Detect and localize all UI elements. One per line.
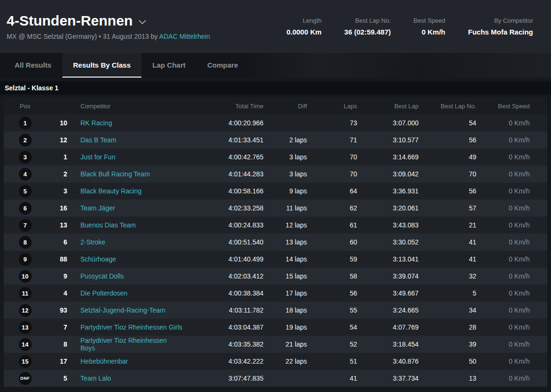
position-badge: 9 xyxy=(19,253,32,266)
table-row: 10 9 Pussycat Dolls 4:02:03.412 15 laps … xyxy=(4,268,547,285)
laps-cell: 60 xyxy=(307,238,357,246)
page-title: 4-Stunden-Rennen xyxy=(7,13,133,29)
position-badge: 5 xyxy=(19,185,32,198)
car-number: 1 xyxy=(46,153,67,161)
column-header-competitor: Competitor xyxy=(67,103,183,110)
best-lap-cell: 3:37.734 xyxy=(357,375,419,382)
diff-cell: 3 laps xyxy=(263,153,307,161)
stat-value: 0 Km/h xyxy=(421,28,445,36)
laps-cell: 70 xyxy=(307,153,357,161)
header-stats: Length 0.0000 Km Best Lap No. 36 (02:59.… xyxy=(287,17,533,36)
competitor-link[interactable]: Team Lalo xyxy=(80,375,111,382)
stat-label: Best Lap No. xyxy=(355,17,391,24)
best-lap-no-cell: 21 xyxy=(419,221,476,229)
position-badge: 3 xyxy=(19,151,32,164)
car-number: 8 xyxy=(46,340,67,348)
diff-cell: 9 laps xyxy=(263,187,307,195)
total-time-cell: 4:00:20.966 xyxy=(183,119,263,127)
title-dropdown[interactable]: 4-Stunden-Rennen xyxy=(7,13,210,29)
total-time-cell: 4:00:42.765 xyxy=(183,153,263,161)
car-number: 93 xyxy=(46,306,67,314)
best-lap-cell: 3:24.665 xyxy=(357,306,419,314)
competitor-link[interactable]: RK Racing xyxy=(80,119,112,127)
competitor-link[interactable]: Das B Team xyxy=(80,136,116,144)
car-number: 17 xyxy=(46,357,67,365)
diff-cell: 22 laps xyxy=(263,357,307,365)
best-lap-no-cell: 56 xyxy=(419,136,476,144)
tab-bar: All Results Results By Class Lap Chart C… xyxy=(0,53,551,78)
best-lap-cell: 3:20.061 xyxy=(357,204,419,212)
best-speed-cell: 0 Km/h xyxy=(476,136,530,144)
best-speed-cell: 0 Km/h xyxy=(476,153,530,161)
laps-cell: 51 xyxy=(307,357,357,365)
position-badge: DNF xyxy=(19,372,32,385)
competitor-link[interactable]: Buenos Dias Team xyxy=(80,221,136,229)
competitor-link[interactable]: Schürhoage xyxy=(80,255,116,263)
car-number: 4 xyxy=(46,289,67,297)
competitor-link[interactable]: Partydriver Tioz Rheinhessen Boys xyxy=(80,337,167,352)
laps-cell: 52 xyxy=(307,340,357,348)
competitor-link[interactable]: Selztal-Jugend-Racing-Team xyxy=(80,306,166,314)
stat-value: 36 (02:59.487) xyxy=(344,28,391,36)
total-time-cell: 4:00:24.833 xyxy=(183,221,263,229)
best-speed-cell: 0 Km/h xyxy=(476,323,530,331)
tab-results-by-class[interactable]: Results By Class xyxy=(62,53,142,78)
best-lap-no-cell: 5 xyxy=(419,289,476,297)
stat-length: Length 0.0000 Km xyxy=(287,17,322,36)
competitor-link[interactable]: Black Bull Racing Team xyxy=(80,170,150,178)
best-lap-no-cell: 56 xyxy=(419,187,476,195)
stat-value: Fuchs Mofa Racing xyxy=(468,28,533,36)
table-row: 1 10 RK Racing 4:00:20.966 73 3:07.000 5… xyxy=(4,114,547,131)
competitor-link[interactable]: Die Polterdosen xyxy=(80,289,128,297)
tab-lap-chart[interactable]: Lap Chart xyxy=(141,53,196,78)
organizer-link[interactable]: ADAC Mittelrhein xyxy=(159,33,210,40)
best-lap-cell: 3:07.000 xyxy=(357,119,419,127)
table-row: 11 4 Die Polterdosen 4:00:38.384 17 laps… xyxy=(4,285,547,302)
total-time-cell: 4:03:04.387 xyxy=(183,323,263,331)
competitor-link[interactable]: Just for Fun xyxy=(80,153,115,161)
best-lap-cell: 3:36.931 xyxy=(357,187,419,195)
best-lap-cell: 3:13.041 xyxy=(357,255,419,263)
position-badge: 4 xyxy=(19,168,32,181)
tab-all-results[interactable]: All Results xyxy=(4,53,62,78)
table-row: 6 16 Team Jäger 4:02:33.258 11 laps 62 3… xyxy=(4,200,547,217)
table-row: 9 88 Schürhoage 4:01:40.499 14 laps 59 3… xyxy=(4,251,547,268)
results-table: Pos Competitor Total Time Diff Laps Best… xyxy=(4,97,547,387)
competitor-link[interactable]: Black Beauty Racing xyxy=(80,187,141,195)
competitor-link[interactable]: Pussycat Dolls xyxy=(80,272,124,280)
table-row: 4 2 Black Bull Racing Team 4:01:44.283 3… xyxy=(4,166,547,183)
total-time-cell: 4:02:03.412 xyxy=(183,272,263,280)
position-badge: 13 xyxy=(19,321,32,334)
competitor-link[interactable]: Hebebühnenbar xyxy=(80,357,128,365)
stat-label: Best Speed xyxy=(413,17,445,24)
best-speed-cell: 0 Km/h xyxy=(476,272,530,280)
stat-best-speed: Best Speed 0 Km/h xyxy=(413,17,445,36)
car-number: 7 xyxy=(46,323,67,331)
chevron-down-icon[interactable] xyxy=(139,18,146,26)
best-speed-cell: 0 Km/h xyxy=(476,375,530,382)
tab-compare[interactable]: Compare xyxy=(196,53,249,78)
table-row: 8 6 2-Stroke 4:00:51.540 13 laps 60 3:30… xyxy=(4,234,547,251)
total-time-cell: 4:00:38.384 xyxy=(183,289,263,297)
stat-value: 0.0000 Km xyxy=(287,28,322,36)
best-lap-cell: 3:18.454 xyxy=(357,340,419,348)
table-row: 15 17 Hebebühnenbar 4:03:42.222 22 laps … xyxy=(4,353,547,370)
laps-cell: 55 xyxy=(307,306,357,314)
diff-cell: 14 laps xyxy=(263,255,307,263)
car-number: 6 xyxy=(46,238,67,246)
diff-cell: 19 laps xyxy=(263,323,307,331)
best-speed-cell: 0 Km/h xyxy=(476,238,530,246)
column-header-best-lap-no: Best Lap No. xyxy=(419,103,476,110)
best-lap-no-cell: 49 xyxy=(419,153,476,161)
competitor-link[interactable]: Partydriver Tioz Rheinhessen Girls xyxy=(80,323,183,331)
best-speed-cell: 0 Km/h xyxy=(476,289,530,297)
best-lap-no-cell: 32 xyxy=(419,272,476,280)
position-badge: 12 xyxy=(19,304,32,317)
laps-cell: 62 xyxy=(307,204,357,212)
total-time-cell: 4:01:44.283 xyxy=(183,170,263,178)
laps-cell: 58 xyxy=(307,272,357,280)
competitor-link[interactable]: 2-Stroke xyxy=(80,238,105,246)
total-time-cell: 4:03:35.382 xyxy=(183,340,263,348)
competitor-link[interactable]: Team Jäger xyxy=(80,204,115,212)
table-row: 5 3 Black Beauty Racing 4:00:58.166 9 la… xyxy=(4,183,547,200)
